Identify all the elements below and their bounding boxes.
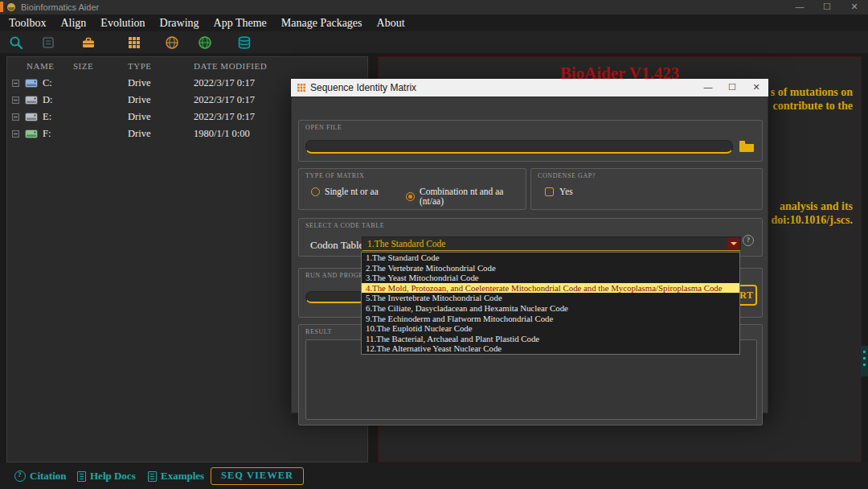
info-text-fragment: contribute to the [772,100,853,113]
info-text-fragment: analysis and its [780,200,853,213]
dropdown-option[interactable]: 6.The Ciliate, Dasycladacean and Hexamit… [362,303,739,314]
menu-drawing[interactable]: Drawing [153,14,207,31]
close-button[interactable]: ✕ [841,0,868,14]
dropdown-option-highlighted[interactable]: 4.The Mold, Protozoan, and Coelenterate … [362,283,739,294]
minimize-button[interactable]: — [786,0,813,14]
browse-file-button[interactable] [736,137,757,154]
drive-type: Drive [128,111,150,123]
menu-bar: Toolbox Align Evolution Drawing App Them… [0,14,868,31]
drive-icon [25,96,38,108]
align-icon [41,35,55,50]
help-icon[interactable]: ? [743,235,754,246]
column-header-name[interactable]: NAME [27,61,54,71]
radio-single-nt-or-aa[interactable]: Single nt or aa [311,187,379,196]
dialog-minimize-button[interactable]: — [696,79,720,97]
globe-tool-button[interactable] [164,35,180,51]
dropdown-option[interactable]: 5.The Invertebrate Mitochondrial Code [362,293,739,303]
matrix-type-group: TYPE OF MATRIX Single nt or aa Combinati… [298,168,526,210]
condense-gap-group: CONDENSE GAP? Yes [530,168,763,210]
dropdown-option[interactable]: 1.The Standard Code [362,253,739,263]
drive-type: Drive [128,77,150,89]
codon-table-dropdown-list: 1.The Standard Code 2.The Vertebrate Mit… [361,252,740,355]
dropdown-option[interactable]: 12.The Alternative Yeast Nuclear Code [362,343,739,354]
condense-gap-checkbox[interactable]: Yes [545,187,573,196]
dialog-body: OPEN FILE TYPE OF MATRIX Single nt or aa… [291,97,768,413]
codon-table-combobox[interactable]: 1.The Standard Code [362,236,741,251]
expander-icon[interactable] [12,130,19,138]
menu-align[interactable]: Align [53,14,93,31]
search-tool-button[interactable] [8,35,24,51]
condense-gap-option-label: Yes [559,187,573,196]
dropdown-option[interactable]: 2.The Vertebrate Mitochondrial Code [362,263,739,273]
seq-viewer-button[interactable]: SEQ VIEWER [211,467,304,485]
expander-icon[interactable] [12,97,19,104]
dialog-title-bar[interactable]: Sequence Identity Matrix — ☐ ✕ [291,79,768,97]
grid-tool-button[interactable] [126,35,142,51]
drive-date: 2022/3/17 0:17 [194,111,255,123]
help-docs-link[interactable]: Help Docs [77,463,136,489]
matrix-type-label: TYPE OF MATRIX [305,172,364,179]
drive-name: D: [43,94,53,106]
drive-date: 1980/1/1 0:00 [194,128,250,140]
column-header-size[interactable]: SIZE [73,61,93,71]
menu-evolution[interactable]: Evolution [93,14,152,31]
sequence-identity-matrix-dialog: Sequence Identity Matrix — ☐ ✕ OPEN FILE… [291,79,768,413]
radio-combination-label: Combination nt and aa (nt/aa) [420,187,526,206]
radio-combination-nt-aa[interactable]: Combination nt and aa (nt/aa) [406,187,526,206]
radio-single-label: Single nt or aa [325,187,379,196]
drive-icon [25,79,38,91]
drive-name: E: [43,111,51,123]
dialog-maximize-button[interactable]: ☐ [720,79,744,97]
align-tool-button[interactable] [40,35,56,51]
grid-icon [127,35,141,50]
window-title: Bioinformatics Aider [21,2,99,12]
menu-toolbox[interactable]: Toolbox [2,14,53,31]
dialog-grid-icon [297,84,305,92]
menu-manage-packages[interactable]: Manage Packages [274,14,370,31]
green-globe-icon [198,35,212,50]
toolbox-tool-button[interactable] [80,35,96,51]
toolbar [0,31,868,53]
chevron-down-icon[interactable] [727,238,739,249]
open-file-group: OPEN FILE [298,120,763,162]
expander-icon[interactable] [12,113,19,121]
dropdown-option[interactable]: 3.The Yeast Mitochondrial Code [362,273,739,283]
database-tool-button[interactable] [236,35,252,51]
examples-link[interactable]: Examples [148,463,204,489]
maximize-button[interactable]: ☐ [813,0,841,14]
drive-icon [25,113,38,125]
app-window: Bioinformatics Aider — ☐ ✕ Toolbox Align… [0,0,868,489]
expander-icon[interactable] [12,80,19,87]
result-label: RESULT [305,328,332,335]
column-header-date[interactable]: DATE MODIFIED [194,61,267,71]
codon-table-selected-value: 1.The Standard Code [367,238,445,250]
help-docs-label: Help Docs [90,470,136,483]
dropdown-option[interactable]: 11.The Bacterial, Archaeal and Plant Pla… [362,334,739,344]
condense-gap-label: CONDENSE GAP? [538,172,596,179]
dialog-close-button[interactable]: ✕ [744,79,768,97]
drive-icon [25,129,38,142]
code-table-group: SELECT A CODE TABLE Codon Table: 1.The S… [298,218,763,257]
info-text-fragment: doi:10.1016/j.scs. [772,214,854,227]
info-text-fragment: s of mutations on [771,86,853,99]
green-globe-tool-button[interactable] [197,35,213,51]
open-file-label: OPEN FILE [305,124,342,131]
globe-icon [165,35,179,50]
codon-table-field-label: Codon Table: [310,239,366,252]
dropdown-option[interactable]: 10.The Euplotid Nuclear Code [362,323,739,334]
citation-link[interactable]: Citation [14,463,67,489]
menu-app-theme[interactable]: App Theme [207,14,274,31]
menu-about[interactable]: About [370,14,412,31]
file-browser-header: NAME SIZE TYPE DATE MODIFIED [7,57,367,75]
dropdown-option[interactable]: 9.The Echinoderm and Flatworm Mitochondr… [362,314,739,324]
left-edge-accent [0,2,3,12]
column-header-type[interactable]: TYPE [128,61,152,71]
drive-date: 2022/3/17 0:17 [194,94,255,106]
database-icon [237,35,252,50]
app-icon [6,2,16,12]
code-table-group-label: SELECT A CODE TABLE [305,222,384,229]
drive-type: Drive [128,94,150,106]
right-edge-tab[interactable] [861,346,868,376]
folder-icon [739,140,755,152]
file-path-input[interactable] [305,140,733,154]
